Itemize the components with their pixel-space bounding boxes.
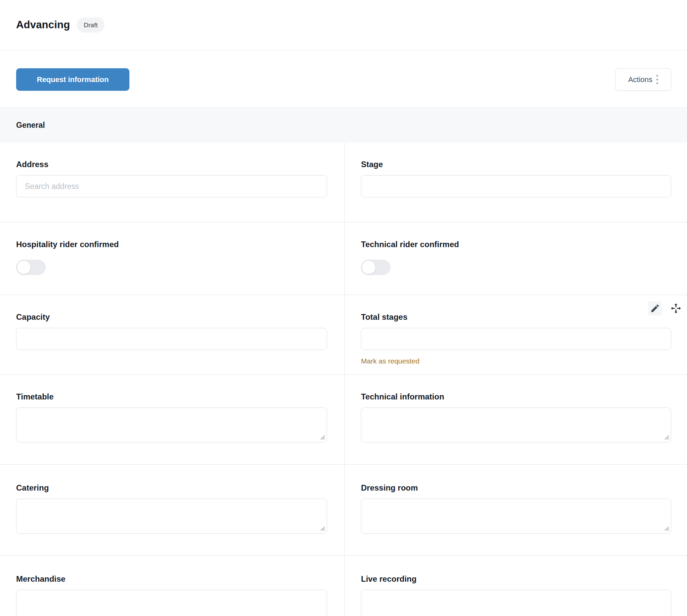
field-cell-total-stages: Total stages Mark as requested (345, 295, 687, 375)
field-cell-merchandise: Merchandise (0, 556, 345, 616)
kebab-vertical-icon (657, 75, 658, 84)
timetable-label: Timetable (16, 392, 327, 402)
total-stages-input[interactable] (361, 328, 671, 350)
field-cell-capacity: Capacity (0, 295, 345, 375)
field-hover-controls (648, 301, 683, 315)
merchandise-label: Merchandise (16, 574, 327, 584)
mark-as-requested-link[interactable]: Mark as requested (361, 357, 419, 365)
total-stages-label: Total stages (361, 312, 671, 322)
capacity-input[interactable] (16, 328, 327, 350)
merchandise-textarea[interactable] (16, 590, 327, 616)
move-arrows-icon[interactable] (669, 301, 683, 315)
status-badge: Draft (77, 18, 105, 32)
technical-information-label: Technical information (361, 392, 671, 402)
actions-button[interactable]: Actions (615, 68, 671, 91)
field-cell-technical-rider: Technical rider confirmed (345, 223, 687, 295)
timetable-textarea[interactable] (16, 408, 327, 442)
field-cell-catering: Catering (0, 465, 345, 556)
section-header-general: General (0, 107, 687, 142)
field-cell-hospitality-rider: Hospitality rider confirmed (0, 223, 345, 295)
catering-textarea[interactable] (16, 499, 327, 534)
field-cell-technical-information: Technical information (345, 375, 687, 465)
dressing-room-textarea[interactable] (361, 499, 671, 534)
technical-rider-toggle[interactable] (361, 260, 391, 275)
address-input[interactable] (16, 175, 327, 197)
technical-information-textarea[interactable] (361, 408, 671, 442)
live-recording-label: Live recording (361, 574, 671, 584)
actions-button-label: Actions (628, 75, 652, 84)
page-title: Advancing (16, 19, 70, 31)
toolbar: Request information Actions (0, 50, 687, 107)
catering-label: Catering (16, 483, 327, 493)
toggle-knob (362, 260, 376, 274)
field-cell-timetable: Timetable (0, 375, 345, 465)
page-header: Advancing Draft (0, 0, 687, 50)
hospitality-rider-toggle[interactable] (16, 260, 46, 275)
live-recording-textarea[interactable] (361, 590, 671, 616)
stage-input[interactable] (361, 175, 671, 197)
dressing-room-label: Dressing room (361, 483, 671, 493)
section-title: General (16, 121, 45, 130)
field-cell-address: Address (0, 142, 345, 223)
request-information-button[interactable]: Request information (16, 68, 130, 91)
stage-label: Stage (361, 159, 671, 170)
capacity-label: Capacity (16, 312, 327, 322)
form-grid: Address Stage Hospitality rider confirme… (0, 142, 687, 616)
technical-rider-label: Technical rider confirmed (361, 239, 671, 249)
edit-pencil-icon[interactable] (648, 301, 662, 315)
hospitality-rider-label: Hospitality rider confirmed (16, 239, 327, 249)
field-cell-stage: Stage (345, 142, 687, 223)
address-label: Address (16, 159, 327, 170)
toggle-knob (17, 260, 31, 274)
field-cell-dressing-room: Dressing room (345, 465, 687, 556)
field-cell-live-recording: Live recording (345, 556, 687, 616)
